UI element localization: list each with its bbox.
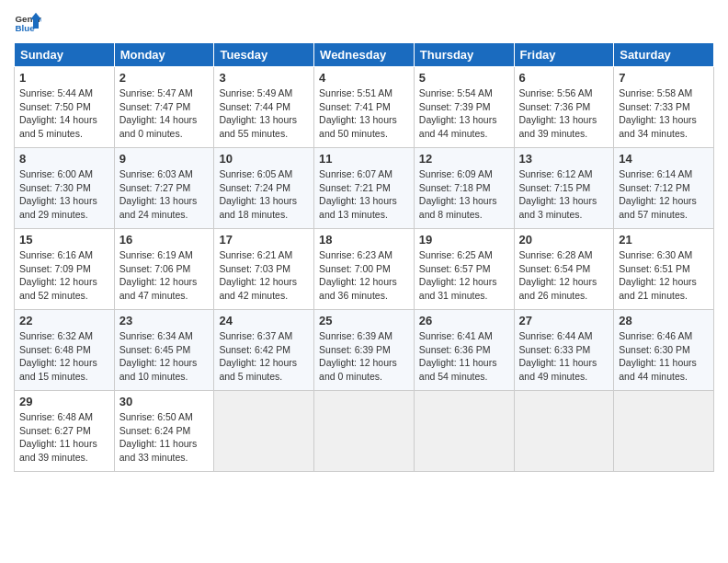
- calendar-cell: 7Sunrise: 5:58 AMSunset: 7:33 PMDaylight…: [614, 67, 714, 148]
- calendar-cell: [214, 391, 314, 472]
- day-info: Sunrise: 6:32 AMSunset: 6:48 PMDaylight:…: [19, 330, 97, 382]
- day-info: Sunrise: 6:09 AMSunset: 7:18 PMDaylight:…: [419, 168, 497, 220]
- calendar-cell: 29Sunrise: 6:48 AMSunset: 6:27 PMDayligh…: [15, 391, 115, 472]
- day-info: Sunrise: 6:30 AMSunset: 6:51 PMDaylight:…: [619, 249, 697, 301]
- day-info: Sunrise: 5:44 AMSunset: 7:50 PMDaylight:…: [19, 87, 97, 139]
- day-number: 20: [519, 233, 609, 247]
- calendar-cell: 26Sunrise: 6:41 AMSunset: 6:36 PMDayligh…: [414, 310, 514, 391]
- day-info: Sunrise: 6:37 AMSunset: 6:42 PMDaylight:…: [219, 330, 297, 382]
- day-number: 26: [419, 314, 509, 327]
- day-info: Sunrise: 6:16 AMSunset: 7:09 PMDaylight:…: [19, 249, 97, 301]
- day-info: Sunrise: 6:34 AMSunset: 6:45 PMDaylight:…: [119, 330, 198, 382]
- day-number: 13: [519, 152, 609, 166]
- day-number: 2: [119, 71, 210, 85]
- day-number: 6: [519, 71, 609, 85]
- calendar-cell: 12Sunrise: 6:09 AMSunset: 7:18 PMDayligh…: [414, 148, 514, 229]
- logo: General Blue: [14, 9, 41, 37]
- calendar-cell: 30Sunrise: 6:50 AMSunset: 6:24 PMDayligh…: [114, 391, 214, 472]
- logo-icon: General Blue: [14, 9, 41, 37]
- week-row-5: 29Sunrise: 6:48 AMSunset: 6:27 PMDayligh…: [15, 391, 714, 472]
- day-info: Sunrise: 6:05 AMSunset: 7:24 PMDaylight:…: [219, 168, 297, 220]
- calendar-table: Sunday Monday Tuesday Wednesday Thursday…: [14, 42, 714, 472]
- day-number: 16: [119, 233, 210, 247]
- header-row: Sunday Monday Tuesday Wednesday Thursday…: [15, 43, 714, 67]
- calendar-cell: 19Sunrise: 6:25 AMSunset: 6:57 PMDayligh…: [414, 229, 514, 310]
- day-number: 28: [619, 314, 709, 327]
- calendar-cell: 18Sunrise: 6:23 AMSunset: 7:00 PMDayligh…: [314, 229, 415, 310]
- day-info: Sunrise: 6:19 AMSunset: 7:06 PMDaylight:…: [119, 249, 198, 301]
- day-number: 24: [219, 314, 309, 327]
- calendar-cell: 14Sunrise: 6:14 AMSunset: 7:12 PMDayligh…: [614, 148, 714, 229]
- day-number: 29: [19, 395, 109, 408]
- calendar-cell: 8Sunrise: 6:00 AMSunset: 7:30 PMDaylight…: [15, 148, 115, 229]
- day-info: Sunrise: 6:46 AMSunset: 6:30 PMDaylight:…: [619, 330, 697, 382]
- calendar-cell: 27Sunrise: 6:44 AMSunset: 6:33 PMDayligh…: [514, 310, 614, 391]
- day-info: Sunrise: 6:07 AMSunset: 7:21 PMDaylight:…: [319, 168, 397, 220]
- calendar-cell: 9Sunrise: 6:03 AMSunset: 7:27 PMDaylight…: [114, 148, 214, 229]
- day-info: Sunrise: 6:39 AMSunset: 6:39 PMDaylight:…: [319, 330, 397, 382]
- col-thursday: Thursday: [414, 43, 514, 67]
- day-number: 23: [119, 314, 210, 327]
- day-number: 3: [219, 71, 309, 85]
- day-number: 27: [519, 314, 609, 327]
- calendar-cell: 28Sunrise: 6:46 AMSunset: 6:30 PMDayligh…: [614, 310, 714, 391]
- calendar-cell: 6Sunrise: 5:56 AMSunset: 7:36 PMDaylight…: [514, 67, 614, 148]
- calendar-cell: 16Sunrise: 6:19 AMSunset: 7:06 PMDayligh…: [114, 229, 214, 310]
- calendar-cell: 17Sunrise: 6:21 AMSunset: 7:03 PMDayligh…: [214, 229, 314, 310]
- day-info: Sunrise: 5:56 AMSunset: 7:36 PMDaylight:…: [519, 87, 597, 139]
- day-number: 30: [119, 395, 210, 408]
- day-info: Sunrise: 6:23 AMSunset: 7:00 PMDaylight:…: [319, 249, 397, 301]
- day-number: 9: [119, 152, 210, 166]
- calendar-cell: 15Sunrise: 6:16 AMSunset: 7:09 PMDayligh…: [15, 229, 115, 310]
- day-number: 14: [619, 152, 709, 166]
- calendar-cell: 4Sunrise: 5:51 AMSunset: 7:41 PMDaylight…: [314, 67, 415, 148]
- day-number: 8: [19, 152, 109, 166]
- page-container: General Blue Sunday Monday Tuesday Wedne…: [0, 0, 728, 481]
- day-info: Sunrise: 6:48 AMSunset: 6:27 PMDaylight:…: [19, 411, 97, 463]
- col-wednesday: Wednesday: [314, 43, 415, 67]
- day-number: 7: [619, 71, 709, 85]
- day-number: 4: [319, 71, 409, 85]
- day-info: Sunrise: 6:44 AMSunset: 6:33 PMDaylight:…: [519, 330, 597, 382]
- day-number: 10: [219, 152, 309, 166]
- week-row-2: 8Sunrise: 6:00 AMSunset: 7:30 PMDaylight…: [15, 148, 714, 229]
- day-info: Sunrise: 6:50 AMSunset: 6:24 PMDaylight:…: [119, 411, 198, 463]
- day-number: 11: [319, 152, 409, 166]
- day-info: Sunrise: 6:41 AMSunset: 6:36 PMDaylight:…: [419, 330, 497, 382]
- day-info: Sunrise: 5:51 AMSunset: 7:41 PMDaylight:…: [319, 87, 397, 139]
- day-info: Sunrise: 5:54 AMSunset: 7:39 PMDaylight:…: [419, 87, 497, 139]
- col-monday: Monday: [114, 43, 214, 67]
- col-sunday: Sunday: [15, 43, 115, 67]
- col-tuesday: Tuesday: [214, 43, 314, 67]
- day-info: Sunrise: 6:00 AMSunset: 7:30 PMDaylight:…: [19, 168, 97, 220]
- calendar-cell: 24Sunrise: 6:37 AMSunset: 6:42 PMDayligh…: [214, 310, 314, 391]
- calendar-cell: [414, 391, 514, 472]
- calendar-cell: 10Sunrise: 6:05 AMSunset: 7:24 PMDayligh…: [214, 148, 314, 229]
- day-info: Sunrise: 5:47 AMSunset: 7:47 PMDaylight:…: [119, 87, 198, 139]
- calendar-cell: [314, 391, 415, 472]
- day-number: 25: [319, 314, 409, 327]
- calendar-cell: [614, 391, 714, 472]
- calendar-cell: 1Sunrise: 5:44 AMSunset: 7:50 PMDaylight…: [15, 67, 115, 148]
- day-number: 15: [19, 233, 109, 247]
- header: General Blue: [14, 9, 714, 37]
- day-number: 22: [19, 314, 109, 327]
- week-row-3: 15Sunrise: 6:16 AMSunset: 7:09 PMDayligh…: [15, 229, 714, 310]
- col-friday: Friday: [514, 43, 614, 67]
- day-info: Sunrise: 5:58 AMSunset: 7:33 PMDaylight:…: [619, 87, 697, 139]
- calendar-cell: 13Sunrise: 6:12 AMSunset: 7:15 PMDayligh…: [514, 148, 614, 229]
- week-row-1: 1Sunrise: 5:44 AMSunset: 7:50 PMDaylight…: [15, 67, 714, 148]
- calendar-cell: 11Sunrise: 6:07 AMSunset: 7:21 PMDayligh…: [314, 148, 415, 229]
- calendar-cell: 22Sunrise: 6:32 AMSunset: 6:48 PMDayligh…: [15, 310, 115, 391]
- calendar-cell: 21Sunrise: 6:30 AMSunset: 6:51 PMDayligh…: [614, 229, 714, 310]
- day-number: 17: [219, 233, 309, 247]
- day-number: 19: [419, 233, 509, 247]
- calendar-cell: 23Sunrise: 6:34 AMSunset: 6:45 PMDayligh…: [114, 310, 214, 391]
- day-number: 21: [619, 233, 709, 247]
- day-info: Sunrise: 6:03 AMSunset: 7:27 PMDaylight:…: [119, 168, 198, 220]
- day-number: 1: [19, 71, 109, 85]
- day-number: 18: [319, 233, 409, 247]
- calendar-cell: 3Sunrise: 5:49 AMSunset: 7:44 PMDaylight…: [214, 67, 314, 148]
- day-info: Sunrise: 6:12 AMSunset: 7:15 PMDaylight:…: [519, 168, 597, 220]
- svg-text:Blue: Blue: [16, 23, 36, 33]
